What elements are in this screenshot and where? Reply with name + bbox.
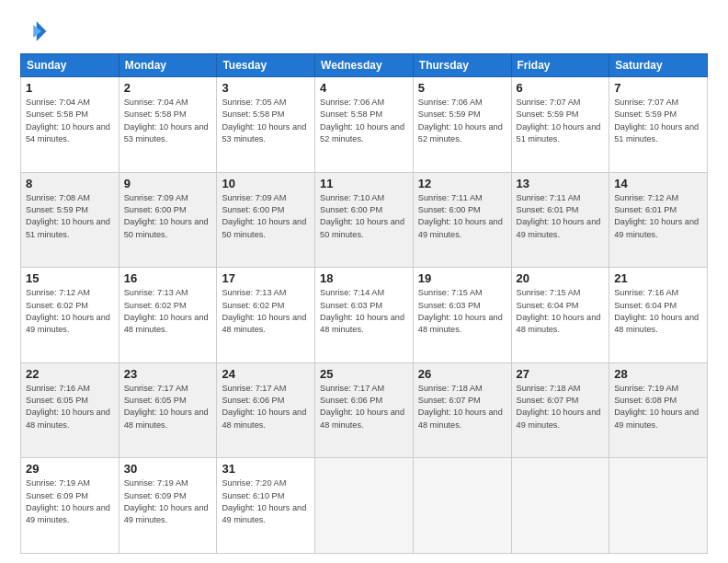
- week-row-5: 29Sunrise: 7:19 AMSunset: 6:09 PMDayligh…: [21, 458, 708, 554]
- day-number: 21: [614, 271, 702, 285]
- col-header-friday: Friday: [511, 54, 609, 77]
- day-number: 24: [222, 367, 310, 381]
- day-number: 4: [320, 81, 408, 95]
- day-info: Sunrise: 7:04 AMSunset: 5:58 PMDaylight:…: [26, 97, 114, 145]
- day-info: Sunrise: 7:13 AMSunset: 6:02 PMDaylight:…: [124, 287, 212, 336]
- day-cell-11: 11Sunrise: 7:10 AMSunset: 6:00 PMDayligh…: [315, 172, 414, 268]
- day-number: 23: [124, 367, 212, 381]
- empty-cell: [511, 458, 609, 554]
- day-info: Sunrise: 7:19 AMSunset: 6:09 PMDaylight:…: [26, 477, 114, 526]
- day-cell-23: 23Sunrise: 7:17 AMSunset: 6:05 PMDayligh…: [119, 362, 217, 458]
- day-cell-13: 13Sunrise: 7:11 AMSunset: 6:01 PMDayligh…: [511, 172, 609, 268]
- day-number: 19: [418, 271, 506, 285]
- day-cell-10: 10Sunrise: 7:09 AMSunset: 6:00 PMDayligh…: [217, 172, 315, 268]
- col-header-thursday: Thursday: [413, 54, 511, 77]
- day-number: 13: [517, 177, 605, 190]
- day-number: 16: [124, 271, 212, 285]
- day-number: 2: [124, 81, 212, 95]
- day-number: 5: [418, 81, 506, 95]
- day-number: 8: [26, 177, 114, 190]
- day-number: 14: [614, 177, 702, 190]
- page: SundayMondayTuesdayWednesdayThursdayFrid…: [0, 0, 728, 563]
- header: [20, 17, 708, 46]
- day-number: 27: [517, 367, 605, 381]
- day-info: Sunrise: 7:14 AMSunset: 6:03 PMDaylight:…: [320, 287, 408, 336]
- day-info: Sunrise: 7:17 AMSunset: 6:05 PMDaylight:…: [124, 383, 212, 431]
- day-cell-26: 26Sunrise: 7:18 AMSunset: 6:07 PMDayligh…: [413, 362, 511, 458]
- day-info: Sunrise: 7:11 AMSunset: 6:01 PMDaylight:…: [517, 192, 605, 241]
- day-cell-4: 4Sunrise: 7:06 AMSunset: 5:58 PMDaylight…: [315, 77, 414, 173]
- col-header-wednesday: Wednesday: [315, 54, 414, 77]
- day-cell-14: 14Sunrise: 7:12 AMSunset: 6:01 PMDayligh…: [609, 172, 708, 268]
- col-header-tuesday: Tuesday: [217, 54, 315, 77]
- day-number: 25: [320, 367, 408, 381]
- day-info: Sunrise: 7:06 AMSunset: 5:58 PMDaylight:…: [320, 97, 408, 145]
- day-number: 22: [26, 367, 114, 381]
- day-info: Sunrise: 7:15 AMSunset: 6:03 PMDaylight:…: [418, 287, 506, 336]
- week-row-4: 22Sunrise: 7:16 AMSunset: 6:05 PMDayligh…: [21, 362, 708, 458]
- day-number: 3: [222, 81, 310, 95]
- col-header-monday: Monday: [119, 54, 217, 77]
- day-info: Sunrise: 7:19 AMSunset: 6:09 PMDaylight:…: [124, 477, 212, 526]
- day-info: Sunrise: 7:18 AMSunset: 6:07 PMDaylight:…: [517, 383, 605, 431]
- day-cell-19: 19Sunrise: 7:15 AMSunset: 6:03 PMDayligh…: [413, 268, 511, 363]
- day-number: 6: [517, 81, 605, 95]
- col-header-saturday: Saturday: [609, 54, 708, 77]
- day-number: 30: [124, 462, 212, 476]
- day-info: Sunrise: 7:18 AMSunset: 6:07 PMDaylight:…: [418, 383, 506, 431]
- day-number: 7: [614, 81, 702, 95]
- day-info: Sunrise: 7:10 AMSunset: 6:00 PMDaylight:…: [320, 192, 408, 241]
- day-cell-28: 28Sunrise: 7:19 AMSunset: 6:08 PMDayligh…: [609, 362, 708, 458]
- day-cell-7: 7Sunrise: 7:07 AMSunset: 5:59 PMDaylight…: [609, 77, 708, 173]
- day-info: Sunrise: 7:07 AMSunset: 5:59 PMDaylight:…: [517, 97, 605, 145]
- day-cell-29: 29Sunrise: 7:19 AMSunset: 6:09 PMDayligh…: [21, 458, 119, 554]
- day-cell-6: 6Sunrise: 7:07 AMSunset: 5:59 PMDaylight…: [511, 77, 609, 173]
- day-number: 29: [26, 462, 114, 476]
- week-row-2: 8Sunrise: 7:08 AMSunset: 5:59 PMDaylight…: [21, 172, 708, 268]
- day-cell-1: 1Sunrise: 7:04 AMSunset: 5:58 PMDaylight…: [21, 77, 119, 173]
- day-info: Sunrise: 7:04 AMSunset: 5:58 PMDaylight:…: [124, 97, 212, 145]
- day-cell-17: 17Sunrise: 7:13 AMSunset: 6:02 PMDayligh…: [217, 268, 315, 363]
- day-info: Sunrise: 7:17 AMSunset: 6:06 PMDaylight:…: [222, 383, 310, 431]
- logo: [20, 17, 53, 46]
- day-cell-5: 5Sunrise: 7:06 AMSunset: 5:59 PMDaylight…: [413, 77, 511, 173]
- day-cell-27: 27Sunrise: 7:18 AMSunset: 6:07 PMDayligh…: [511, 362, 609, 458]
- day-cell-22: 22Sunrise: 7:16 AMSunset: 6:05 PMDayligh…: [21, 362, 119, 458]
- day-cell-21: 21Sunrise: 7:16 AMSunset: 6:04 PMDayligh…: [609, 268, 708, 363]
- day-info: Sunrise: 7:09 AMSunset: 6:00 PMDaylight:…: [222, 192, 310, 241]
- day-number: 15: [26, 271, 114, 285]
- day-number: 26: [418, 367, 506, 381]
- calendar-table: SundayMondayTuesdayWednesdayThursdayFrid…: [20, 53, 708, 554]
- day-cell-12: 12Sunrise: 7:11 AMSunset: 6:00 PMDayligh…: [413, 172, 511, 268]
- empty-cell: [609, 458, 708, 554]
- day-number: 28: [614, 367, 702, 381]
- day-number: 31: [222, 462, 310, 476]
- day-number: 9: [124, 177, 212, 190]
- day-number: 18: [320, 271, 408, 285]
- day-cell-31: 31Sunrise: 7:20 AMSunset: 6:10 PMDayligh…: [217, 458, 315, 554]
- day-info: Sunrise: 7:16 AMSunset: 6:05 PMDaylight:…: [26, 383, 114, 431]
- day-cell-2: 2Sunrise: 7:04 AMSunset: 5:58 PMDaylight…: [119, 77, 217, 173]
- day-info: Sunrise: 7:05 AMSunset: 5:58 PMDaylight:…: [222, 97, 310, 145]
- day-number: 20: [517, 271, 605, 285]
- day-cell-16: 16Sunrise: 7:13 AMSunset: 6:02 PMDayligh…: [119, 268, 217, 363]
- col-header-sunday: Sunday: [21, 54, 119, 77]
- day-info: Sunrise: 7:19 AMSunset: 6:08 PMDaylight:…: [614, 383, 702, 431]
- logo-icon: [20, 17, 50, 46]
- day-cell-20: 20Sunrise: 7:15 AMSunset: 6:04 PMDayligh…: [511, 268, 609, 363]
- day-info: Sunrise: 7:20 AMSunset: 6:10 PMDaylight:…: [222, 477, 310, 526]
- day-info: Sunrise: 7:08 AMSunset: 5:59 PMDaylight:…: [26, 192, 114, 241]
- day-number: 10: [222, 177, 310, 190]
- day-info: Sunrise: 7:12 AMSunset: 6:02 PMDaylight:…: [26, 287, 114, 336]
- day-info: Sunrise: 7:13 AMSunset: 6:02 PMDaylight:…: [222, 287, 310, 336]
- day-info: Sunrise: 7:11 AMSunset: 6:00 PMDaylight:…: [418, 192, 506, 241]
- day-info: Sunrise: 7:09 AMSunset: 6:00 PMDaylight:…: [124, 192, 212, 241]
- day-cell-25: 25Sunrise: 7:17 AMSunset: 6:06 PMDayligh…: [315, 362, 414, 458]
- week-row-3: 15Sunrise: 7:12 AMSunset: 6:02 PMDayligh…: [21, 268, 708, 363]
- day-info: Sunrise: 7:12 AMSunset: 6:01 PMDaylight:…: [614, 192, 702, 241]
- day-cell-18: 18Sunrise: 7:14 AMSunset: 6:03 PMDayligh…: [315, 268, 414, 363]
- day-info: Sunrise: 7:06 AMSunset: 5:59 PMDaylight:…: [418, 97, 506, 145]
- week-row-1: 1Sunrise: 7:04 AMSunset: 5:58 PMDaylight…: [21, 77, 708, 173]
- day-cell-15: 15Sunrise: 7:12 AMSunset: 6:02 PMDayligh…: [21, 268, 119, 363]
- day-number: 11: [320, 177, 408, 190]
